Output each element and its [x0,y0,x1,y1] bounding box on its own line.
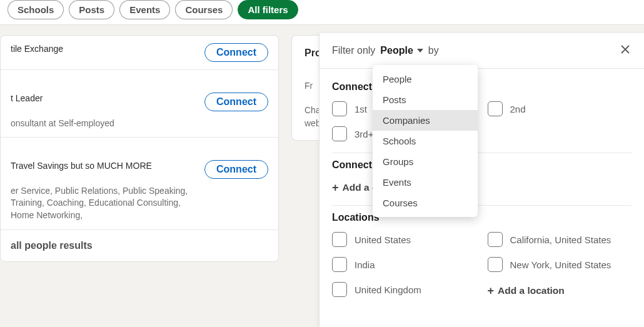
dropdown-item-posts[interactable]: Posts [373,89,478,110]
result-row: tile Exchange Connect [1,36,278,70]
filter-pill-posts[interactable]: Posts [69,0,114,19]
all-filters-button[interactable]: All filters [238,0,298,19]
connect-button[interactable]: Connect [204,43,268,62]
filter-bar: Schools Posts Events Courses All filters [0,0,644,25]
filter-panel: Filter only People by Connections 1st 2n… [319,33,644,327]
result-title: tile Exchange [11,43,197,56]
chevron-down-icon [417,49,423,53]
plus-icon: + [332,182,339,193]
filter-pill-schools[interactable]: Schools [8,0,64,19]
locations-section: Locations United States California, Unit… [332,206,631,308]
result-row: Travel Savings but so MUCH MORE er Servi… [1,138,278,229]
close-icon[interactable] [619,43,631,58]
checkbox-location[interactable]: United States [332,232,476,247]
checkbox-location[interactable]: New York, United States [488,257,632,272]
plus-icon: + [488,285,495,296]
result-meta: onsultant at Self-employed [11,118,197,130]
filter-only-label: Filter only [332,45,375,56]
checkbox-location[interactable]: United Kingdom [332,282,476,297]
filter-type-menu: People Posts Companies Schools Groups Ev… [373,65,478,217]
filter-by-label: by [428,45,439,56]
dropdown-item-events[interactable]: Events [373,172,478,193]
result-title: Travel Savings but so MUCH MORE [11,160,197,173]
dropdown-item-people[interactable]: People [373,69,478,89]
add-location-link[interactable]: + Add a location [488,284,632,297]
checkbox-location[interactable]: California, United States [488,232,632,247]
checkbox-location[interactable]: India [332,257,476,272]
connect-button[interactable]: Connect [204,160,268,179]
result-meta: er Service, Public Relations, Public Spe… [11,185,197,222]
checkbox-2nd[interactable]: 2nd [488,101,632,116]
results-list: tile Exchange Connect t Leader onsultant… [0,35,279,262]
see-all-people[interactable]: all people results [1,230,278,261]
result-row: t Leader onsultant at Self-employed Conn… [1,70,278,138]
connect-button[interactable]: Connect [204,93,268,111]
dropdown-item-groups[interactable]: Groups [373,151,478,172]
result-title: t Leader [11,93,197,105]
filter-panel-body: Connections 1st 2nd 3rd+ Connections of … [319,69,644,327]
filter-pill-courses[interactable]: Courses [175,0,233,19]
filter-type-dropdown[interactable]: People [380,45,423,56]
filter-pill-events[interactable]: Events [119,0,170,19]
filter-panel-header: Filter only People by [319,33,644,69]
dropdown-item-companies[interactable]: Companies [373,110,478,131]
dropdown-item-schools[interactable]: Schools [373,131,478,151]
dropdown-item-courses[interactable]: Courses [373,193,478,213]
